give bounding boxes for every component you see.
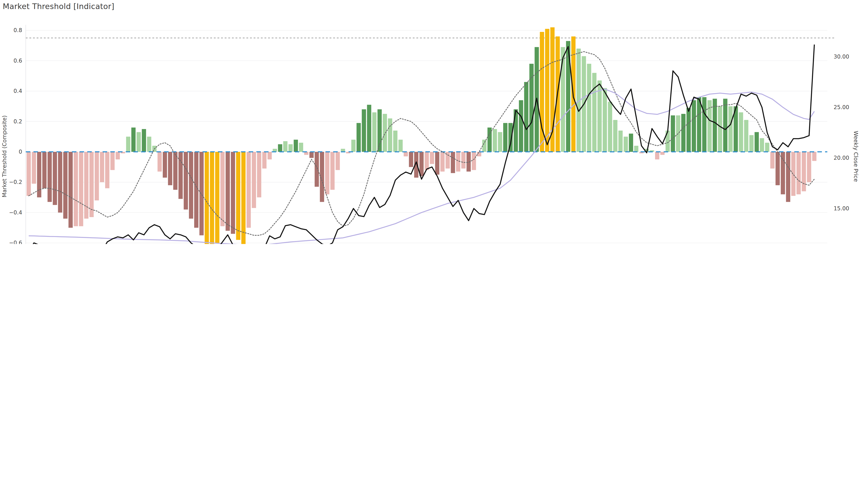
threshold-bar — [278, 144, 282, 152]
threshold-bar — [268, 152, 272, 160]
threshold-bar — [671, 116, 675, 152]
threshold-bar — [587, 64, 591, 152]
threshold-bar — [241, 152, 246, 244]
threshold-bar — [425, 152, 429, 170]
threshold-bar — [105, 152, 110, 188]
threshold-bar — [728, 106, 733, 152]
threshold-bar — [356, 123, 361, 152]
left-axis-label: Market Threshold (Composite) — [1, 116, 8, 197]
threshold-bar — [812, 152, 816, 161]
threshold-bar — [74, 152, 78, 226]
threshold-bar — [781, 152, 785, 194]
threshold-bar — [634, 146, 638, 152]
threshold-bar — [519, 100, 523, 152]
threshold-bar — [503, 123, 507, 152]
threshold-bar — [283, 141, 287, 152]
threshold-bar — [765, 143, 770, 152]
threshold-bar — [142, 129, 146, 152]
weekly-close-series — [29, 44, 814, 244]
threshold-bar — [377, 109, 382, 152]
threshold-bar — [770, 152, 775, 168]
threshold-bar — [786, 152, 790, 202]
left-axis-tick: −0.2 — [9, 179, 22, 185]
threshold-bar — [252, 152, 256, 208]
threshold-bar — [807, 152, 811, 182]
threshold-bar — [42, 152, 46, 188]
threshold-bar — [754, 132, 759, 152]
threshold-bar — [79, 152, 83, 226]
threshold-bar — [293, 140, 298, 152]
threshold-bar — [236, 152, 240, 240]
threshold-bar — [613, 120, 618, 152]
threshold-bar — [158, 152, 162, 171]
threshold-bar — [718, 106, 722, 152]
threshold-bar — [309, 152, 314, 158]
threshold-bar — [498, 132, 502, 152]
threshold-bar — [131, 127, 135, 152]
threshold-bar — [440, 152, 445, 171]
threshold-bar — [325, 152, 329, 194]
magic-line-series — [29, 52, 814, 235]
threshold-bar — [53, 152, 57, 205]
threshold-bar — [215, 152, 219, 243]
threshold-bar — [802, 152, 806, 191]
threshold-bar — [472, 152, 476, 170]
threshold-bar — [561, 47, 565, 152]
threshold-bar — [592, 73, 596, 152]
threshold-bar — [545, 29, 549, 152]
threshold-bar — [760, 138, 764, 152]
threshold-bar — [702, 97, 707, 152]
threshold-bar — [315, 152, 319, 187]
left-axis-tick: 0 — [19, 149, 22, 155]
threshold-bar — [608, 102, 612, 152]
threshold-bar — [550, 27, 555, 152]
threshold-bar — [362, 109, 366, 152]
threshold-bar — [90, 152, 94, 217]
right-axis-tick: 25.00 — [834, 104, 849, 110]
threshold-bar — [409, 152, 413, 167]
threshold-bar — [399, 140, 403, 152]
threshold-bar — [524, 82, 528, 152]
threshold-bar — [173, 152, 178, 190]
threshold-bar — [618, 131, 623, 152]
threshold-bar — [247, 152, 251, 228]
threshold-bar — [136, 132, 141, 152]
right-axis-label: Weekly Close Price — [852, 131, 859, 182]
threshold-bar — [435, 152, 439, 175]
chart-title: Market Threshold [Indicator] — [3, 2, 114, 11]
threshold-bar — [351, 140, 355, 152]
threshold-bar — [27, 152, 31, 196]
threshold-bar — [739, 112, 743, 152]
threshold-bar — [168, 152, 172, 185]
threshold-bar — [205, 152, 209, 244]
threshold-bar — [116, 152, 120, 160]
right-axis-tick: 20.00 — [834, 155, 849, 161]
threshold-bar — [163, 152, 167, 177]
threshold-bar — [95, 152, 99, 200]
threshold-bar — [797, 152, 801, 194]
threshold-bar — [68, 152, 73, 228]
threshold-bar — [430, 152, 434, 164]
threshold-bar — [63, 152, 68, 219]
threshold-bar — [299, 143, 303, 152]
left-axis-tick: 0.4 — [13, 88, 22, 94]
threshold-bar — [681, 114, 686, 152]
threshold-bar — [184, 152, 188, 209]
threshold-bar — [32, 152, 36, 184]
threshold-bar — [749, 135, 754, 152]
threshold-bar — [791, 152, 796, 196]
threshold-bar — [48, 152, 52, 202]
threshold-bar — [461, 152, 466, 168]
threshold-bar — [404, 152, 408, 156]
left-axis-tick: 0.2 — [13, 119, 22, 125]
threshold-bar — [383, 114, 387, 152]
threshold-bar — [723, 99, 727, 152]
threshold-bar — [110, 152, 115, 170]
threshold-bar — [199, 152, 204, 235]
threshold-bar — [388, 119, 392, 152]
threshold-bar — [100, 152, 104, 182]
chart-canvas: Market Threshold [Indicator] 0.80.60.40.… — [0, 0, 868, 244]
threshold-bar — [744, 120, 748, 152]
threshold-bar — [493, 129, 497, 152]
threshold-bar — [126, 137, 130, 152]
